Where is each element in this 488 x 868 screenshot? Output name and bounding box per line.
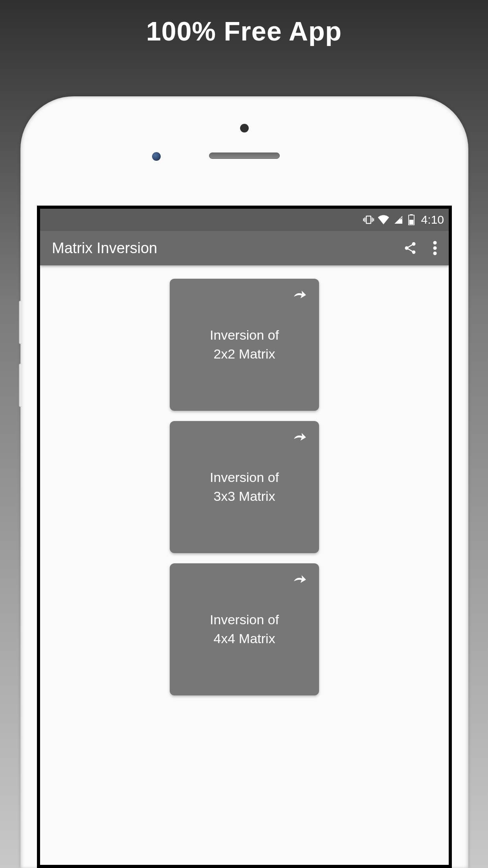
status-bar: ✕ 4:10 — [40, 209, 449, 231]
status-time: 4:10 — [421, 213, 444, 226]
svg-point-4 — [433, 241, 437, 245]
phone-camera — [152, 152, 161, 161]
signal-icon: ✕ — [393, 215, 404, 224]
header-actions — [403, 241, 437, 255]
side-buttons — [19, 301, 22, 427]
card-2x2-matrix[interactable]: Inversion of 2x2 Matrix — [170, 279, 319, 411]
phone-top-sensor — [240, 124, 249, 132]
promo-title: 100% Free App — [0, 0, 488, 46]
content-area: Inversion of 2x2 Matrix Inversion of 3x3… — [40, 265, 449, 865]
app-title: Matrix Inversion — [52, 240, 403, 257]
vibrate-icon — [363, 214, 374, 225]
app-header: Matrix Inversion — [40, 231, 449, 265]
card-label: Inversion of 3x3 Matrix — [210, 468, 279, 506]
wifi-icon — [378, 215, 389, 224]
share-icon[interactable] — [403, 241, 417, 255]
card-3x3-matrix[interactable]: Inversion of 3x3 Matrix — [170, 421, 319, 553]
phone-frame: ✕ 4:10 Matrix Inversion — [20, 96, 468, 868]
svg-point-6 — [433, 252, 437, 255]
card-label: Inversion of 4x4 Matrix — [210, 611, 279, 648]
svg-rect-3 — [409, 220, 413, 224]
forward-arrow-icon — [292, 431, 306, 444]
svg-text:✕: ✕ — [400, 216, 403, 221]
svg-rect-2 — [410, 214, 413, 215]
screen: ✕ 4:10 Matrix Inversion — [37, 206, 452, 868]
forward-arrow-icon — [292, 574, 306, 586]
svg-point-5 — [433, 246, 437, 250]
battery-icon — [408, 214, 415, 225]
card-4x4-matrix[interactable]: Inversion of 4x4 Matrix — [170, 563, 319, 695]
card-label: Inversion of 2x2 Matrix — [210, 326, 279, 363]
more-vert-icon[interactable] — [433, 241, 437, 255]
forward-arrow-icon — [292, 289, 306, 302]
phone-speaker — [209, 153, 280, 159]
